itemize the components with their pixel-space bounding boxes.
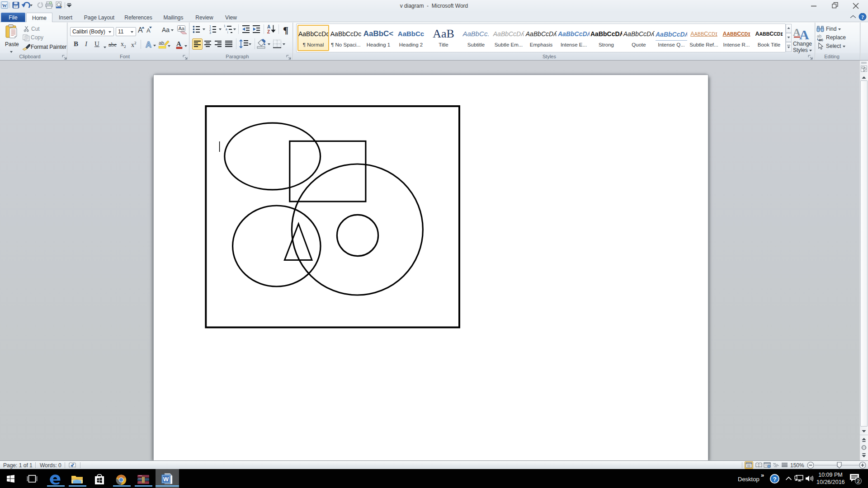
svg-text:i: i — [227, 31, 228, 34]
svg-text:A: A — [267, 24, 270, 29]
svg-text:3: 3 — [209, 31, 211, 34]
svg-text:Z: Z — [267, 29, 270, 34]
svg-text:A: A — [176, 40, 181, 47]
svg-text:¶: ¶ — [283, 24, 288, 36]
svg-text:A: A — [138, 26, 143, 34]
svg-text:a: a — [226, 28, 227, 31]
svg-text:ac: ac — [819, 38, 823, 42]
svg-text:A: A — [146, 40, 151, 49]
svg-text:A: A — [799, 27, 809, 40]
svg-text:1: 1 — [209, 25, 211, 28]
svg-text:2: 2 — [857, 479, 859, 484]
svg-text:2: 2 — [209, 28, 211, 31]
svg-text:Aa: Aa — [179, 26, 185, 31]
svg-text:1: 1 — [224, 24, 226, 28]
svg-text:ab: ab — [159, 40, 164, 46]
svg-text:Aa: Aa — [162, 26, 170, 33]
svg-text:?: ? — [861, 14, 864, 20]
svg-text:W: W — [163, 476, 169, 483]
svg-text:A: A — [146, 27, 151, 34]
svg-text:?: ? — [773, 476, 776, 483]
